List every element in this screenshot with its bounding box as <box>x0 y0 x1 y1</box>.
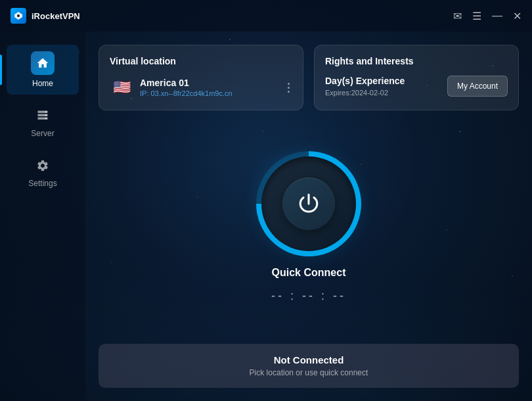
status-title: Not Connected <box>112 354 506 366</box>
my-account-button[interactable]: My Account <box>447 76 508 97</box>
titlebar-right: ✉ ☰ — ✕ <box>453 10 521 22</box>
settings-label: Settings <box>28 179 56 188</box>
rights-card-title: Rights and Interests <box>325 56 508 66</box>
server-icon <box>33 106 52 125</box>
power-section: Quick Connect -- : -- : -- <box>99 121 519 333</box>
location-ip: IP: 03.xn--8fr22cd4k1m9c.cn <box>140 89 278 97</box>
app-name: iRocketVPN <box>32 11 80 21</box>
sidebar: Home Server Settings <box>0 32 85 401</box>
power-icon <box>297 192 321 216</box>
status-bar: Not Connected Pick location or use quick… <box>99 344 519 388</box>
app-icon <box>11 8 26 24</box>
rights-card: Rights and Interests Day(s) Experience E… <box>314 45 519 110</box>
rights-content: Day(s) Experience Expires:2024-02-02 My … <box>325 76 508 97</box>
quick-connect-label: Quick Connect <box>272 267 346 279</box>
rights-expiry: Expires:2024-02-02 <box>325 89 447 97</box>
content-area: Virtual location 🇺🇸 America 01 IP: 03.xn… <box>85 32 532 401</box>
svg-point-2 <box>45 114 47 116</box>
menu-icon[interactable]: ☰ <box>472 10 481 22</box>
titlebar: iRocketVPN ✉ ☰ — ✕ <box>0 0 532 32</box>
vl-card-title: Virtual location <box>110 56 292 66</box>
svg-point-3 <box>45 118 47 120</box>
power-ring-outer <box>256 151 361 256</box>
timer-display: -- : -- : -- <box>271 289 346 303</box>
cards-row: Virtual location 🇺🇸 America 01 IP: 03.xn… <box>99 45 519 110</box>
location-info: America 01 IP: 03.xn--8fr22cd4k1m9c.cn <box>140 78 278 97</box>
sidebar-item-server[interactable]: Server <box>7 100 79 145</box>
home-label: Home <box>32 79 53 88</box>
location-name: America 01 <box>140 78 278 88</box>
rights-plan: Day(s) Experience <box>325 76 447 86</box>
sidebar-item-settings[interactable]: Settings <box>7 150 79 195</box>
power-ring-inner <box>261 156 356 251</box>
server-label: Server <box>31 129 54 138</box>
status-subtitle: Pick location or use quick connect <box>112 368 506 377</box>
more-options-button[interactable] <box>285 80 292 95</box>
minimize-icon[interactable]: — <box>492 10 502 22</box>
main-layout: Home Server Settings <box>0 32 532 401</box>
svg-point-1 <box>45 111 47 113</box>
power-button[interactable] <box>282 177 335 230</box>
rights-info: Day(s) Experience Expires:2024-02-02 <box>325 76 447 97</box>
mail-icon[interactable]: ✉ <box>453 10 462 22</box>
country-flag: 🇺🇸 <box>110 76 133 99</box>
location-row: 🇺🇸 America 01 IP: 03.xn--8fr22cd4k1m9c.c… <box>110 76 292 99</box>
virtual-location-card: Virtual location 🇺🇸 America 01 IP: 03.xn… <box>99 45 303 110</box>
svg-point-0 <box>17 14 20 17</box>
sidebar-item-home[interactable]: Home <box>7 45 79 95</box>
home-icon <box>33 54 52 72</box>
settings-icon <box>33 156 52 175</box>
close-icon[interactable]: ✕ <box>513 10 521 22</box>
titlebar-left: iRocketVPN <box>11 8 80 24</box>
